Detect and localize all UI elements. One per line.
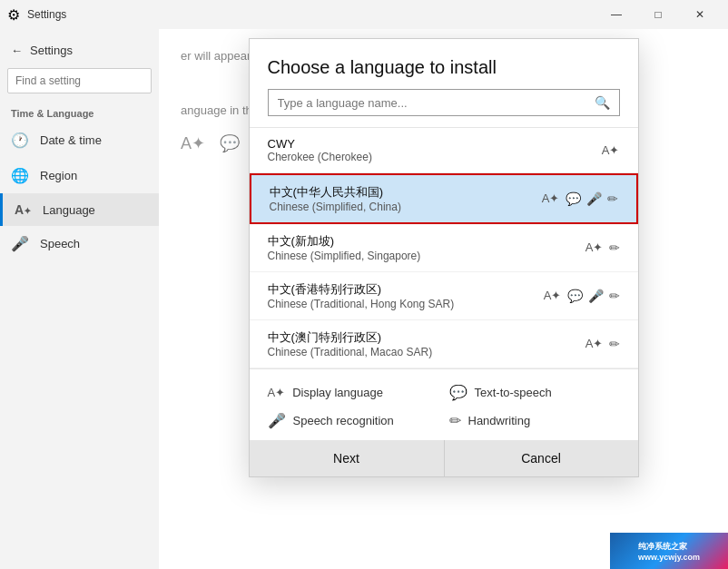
dialog-overlay: Choose a language to install 🔍 CWY Chero… [159,29,728,569]
feature-text-to-speech: 💬 Text-to-speech [449,384,620,401]
watermark-line1: 纯净系统之家 [638,541,700,553]
text-to-speech-icon: 💬 [449,384,467,401]
chat-icon-zh-cn: 💬 [566,191,581,206]
mic-icon-zh-cn: 🎤 [586,191,602,206]
lang-item-text-zh-mo: 中文(澳门特别行政区) Chinese (Traditional, Macao … [268,329,585,358]
handwriting-label: Handwriting [468,414,531,427]
dialog-buttons: Next Cancel [250,440,638,476]
sidebar-item-region[interactable]: 🌐 Region [0,158,159,193]
language-list: CWY Cherokee (Cherokee) A✦ 中文(中华人民共和国) C… [250,127,638,368]
dialog-search-bar: 🔍 [268,89,620,116]
watermark: 纯净系统之家 www.ycwjy.com [610,533,728,569]
date-time-icon: 🕐 [11,132,29,149]
lang-name-zh-cn: 中文(中华人民共和国) [270,184,542,201]
lang-name-zh-sg: 中文(新加坡) [268,233,585,250]
lang-subname-zh-hk: Chinese (Traditional, Hong Kong SAR) [268,298,544,310]
sidebar-item-date-time[interactable]: 🕐 Date & time [0,123,159,158]
language-icon: A✦ [14,202,32,217]
settings-icon: ⚙ [7,6,20,24]
speech-recognition-label: Speech recognition [293,414,394,427]
lang-subname-zh-mo: Chinese (Traditional, Macao SAR) [268,346,585,358]
display-language-label: Display language [292,386,383,399]
lang-subname-cwy: Cherokee (Cherokee) [268,151,602,163]
font-icon-cwy: A✦ [602,143,620,157]
feature-speech-recognition: 🎤 Speech recognition [268,412,438,429]
language-search-input[interactable] [278,96,587,110]
font-icon-zh-mo: A✦ [585,337,604,351]
text-to-speech-label: Text-to-speech [475,386,552,399]
handwriting-icon: ✏ [449,412,461,429]
lang-icons-zh-hk: A✦ 💬 🎤 ✏ [544,289,620,303]
speech-recognition-icon: 🎤 [268,412,286,429]
font-icon-zh-cn: A✦ [542,191,560,206]
mic-icon-zh-hk: 🎤 [588,289,604,303]
lang-item-zh-hk[interactable]: 中文(香港特别行政区) Chinese (Traditional, Hong K… [250,272,638,320]
next-button[interactable]: Next [250,440,444,476]
sidebar: ← Settings Time & Language 🕐 Date & time… [0,29,159,569]
title-bar-left: ⚙ Settings [7,6,595,24]
cancel-button[interactable]: Cancel [444,440,638,476]
find-setting-input[interactable] [7,68,152,93]
lang-subname-zh-sg: Chinese (Simplified, Singapore) [268,250,585,262]
search-icon: 🔍 [595,95,610,110]
minimize-button[interactable]: — [595,0,637,29]
app-body: ← Settings Time & Language 🕐 Date & time… [0,29,728,569]
feature-handwriting: ✏ Handwriting [449,412,620,429]
sidebar-section-label: Time & Language [0,97,159,123]
feature-row: A✦ Display language 💬 Text-to-speech 🎤 S… [250,368,638,437]
chat-icon-zh-hk: 💬 [567,289,583,303]
lang-subname-zh-cn: Chinese (Simplified, China) [270,201,542,213]
title-bar: ⚙ Settings — □ ✕ [0,0,728,29]
title-bar-controls: — □ ✕ [595,0,721,29]
back-icon: ← [11,44,23,57]
sidebar-item-label-region: Region [40,169,77,182]
lang-item-zh-cn[interactable]: 中文(中华人民共和国) Chinese (Simplified, China) … [250,173,638,224]
dialog-title: Choose a language to install [250,39,638,89]
lang-icons-zh-sg: A✦ ✏ [585,240,620,255]
edit-icon-zh-hk: ✏ [609,289,620,303]
lang-item-zh-mo[interactable]: 中文(澳门特别行政区) Chinese (Traditional, Macao … [250,320,638,368]
sidebar-item-language[interactable]: A✦ Language [0,193,159,226]
display-language-icon: A✦ [268,386,286,399]
close-button[interactable]: ✕ [679,0,721,29]
sidebar-item-speech[interactable]: 🎤 Speech [0,226,159,261]
lang-item-text-cwy: CWY Cherokee (Cherokee) [268,137,602,163]
feature-display-language: A✦ Display language [268,384,438,401]
back-button[interactable]: ← Settings [0,36,159,64]
sidebar-item-label-language: Language [43,203,95,217]
lang-item-text-zh-sg: 中文(新加坡) Chinese (Simplified, Singapore) [268,233,585,262]
region-icon: 🌐 [11,167,29,184]
sidebar-item-label-date-time: Date & time [40,133,102,147]
sidebar-item-label-speech: Speech [40,237,80,250]
lang-item-text-zh-hk: 中文(香港特别行政区) Chinese (Traditional, Hong K… [268,281,544,310]
lang-item-cwy[interactable]: CWY Cherokee (Cherokee) A✦ [250,128,638,173]
maximize-button[interactable]: □ [637,0,679,29]
lang-icons-zh-cn: A✦ 💬 🎤 ✏ [542,191,618,206]
lang-icons-cwy: A✦ [602,143,620,157]
main-content: er will appear in this anguage in the li… [159,29,728,569]
speech-icon: 🎤 [11,235,29,252]
edit-icon-zh-sg: ✏ [609,240,620,255]
language-install-dialog: Choose a language to install 🔍 CWY Chero… [249,38,639,477]
lang-item-text-zh-cn: 中文(中华人民共和国) Chinese (Simplified, China) [270,184,542,213]
lang-icons-zh-mo: A✦ ✏ [585,337,620,351]
edit-icon-zh-mo: ✏ [609,337,620,351]
lang-item-zh-sg[interactable]: 中文(新加坡) Chinese (Simplified, Singapore) … [250,224,638,272]
back-label: Settings [30,44,73,57]
title-bar-title: Settings [27,8,66,21]
font-icon-zh-hk: A✦ [544,289,562,303]
lang-name-zh-mo: 中文(澳门特别行政区) [268,329,585,346]
edit-icon-zh-cn: ✏ [607,191,618,206]
watermark-line2: www.ycwjy.com [638,553,700,562]
font-icon-zh-sg: A✦ [585,240,604,255]
lang-name-cwy: CWY [268,137,602,151]
lang-name-zh-hk: 中文(香港特别行政区) [268,281,544,298]
